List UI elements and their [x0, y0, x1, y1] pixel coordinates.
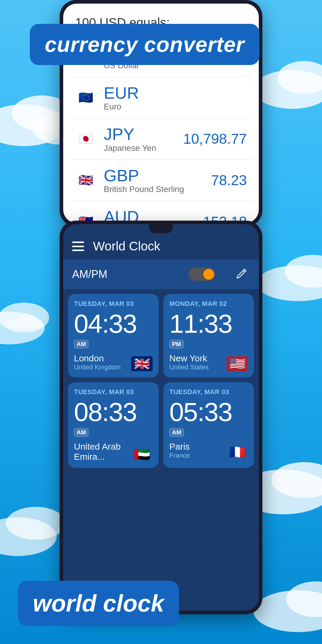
uk-flag: [131, 356, 153, 371]
clock-city-paris: Paris France: [169, 442, 190, 459]
clock-bottom-newyork: New York United States: [169, 353, 248, 371]
svg-rect-14: [18, 315, 36, 321]
clock-city-newyork: New York United States: [169, 353, 209, 371]
currency-name-eur: Euro: [104, 102, 247, 112]
toggle-track: [188, 268, 215, 281]
clock-card-paris: TUESDAY, MAR 03 05:33 AM Paris France: [163, 382, 254, 468]
currency-value-jpy: 10,798.77: [183, 131, 247, 147]
currency-info-gbp: GBP British Pound Sterling: [104, 166, 211, 194]
flag-jpy: 🇯🇵: [75, 128, 97, 150]
clock-time-newyork: 11:33: [169, 311, 248, 337]
clock-grid: TUESDAY, MAR 03 04:33 AM London United K…: [63, 289, 259, 473]
clock-bottom-uae: United Arab Emira...: [74, 442, 153, 462]
flag-gbp: 🇬🇧: [75, 170, 97, 191]
currency-converter-label: currency converter: [30, 24, 259, 65]
clock-time-paris: 05:33: [169, 399, 248, 425]
flag-london: [131, 356, 153, 371]
clock-date-uae: TUESDAY, MAR 03: [74, 388, 153, 396]
currency-code-gbp: GBP: [104, 166, 211, 185]
clock-date-london: TUESDAY, MAR 03: [74, 300, 153, 308]
world-clock-label: world clock: [18, 581, 179, 626]
currency-name-gbp: British Pound Sterling: [104, 185, 211, 194]
currency-item-eur: 🇪🇺 EUR Euro: [69, 77, 253, 119]
world-clock-screen: World Clock AM/PM TUE: [63, 224, 259, 611]
currency-item-gbp: 🇬🇧 GBP British Pound Sterling 78.23: [69, 160, 253, 201]
toggle-thumb: [203, 269, 214, 280]
clock-ampm-london: AM: [74, 340, 89, 349]
clock-time-london: 04:33: [74, 311, 153, 337]
pencil-icon: [236, 268, 247, 280]
svg-line-18: [243, 270, 245, 272]
world-clock-phone: World Clock AM/PM TUE: [60, 221, 262, 614]
clock-card-uae: TUESDAY, MAR 03 08:33 AM United Arab Emi…: [68, 382, 159, 468]
clock-ampm-paris: AM: [169, 428, 184, 437]
clock-city-london: London United Kingdom: [74, 353, 121, 371]
clock-card-london: TUESDAY, MAR 03 04:33 AM London United K…: [68, 294, 159, 377]
uae-flag: [131, 447, 153, 462]
clock-date-paris: TUESDAY, MAR 03: [169, 388, 248, 396]
currency-info-jpy: JPY Japanese Yen: [104, 125, 183, 153]
clock-time-uae: 08:33: [74, 399, 153, 425]
currency-info-eur: EUR Euro: [104, 84, 247, 112]
us-flag: [227, 356, 248, 371]
clock-ampm-uae: AM: [74, 428, 89, 437]
clock-card-newyork: MONDAY, MAR 02 11:33 PM New York United …: [163, 294, 254, 377]
menu-icon[interactable]: [72, 242, 84, 251]
ampm-bar: AM/PM: [63, 259, 259, 289]
currency-code-jpy: JPY: [104, 125, 183, 143]
ampm-label: AM/PM: [72, 268, 107, 281]
flag-newyork: [227, 356, 248, 371]
svg-point-10: [6, 507, 66, 540]
phone-notch: [149, 224, 173, 233]
world-clock-title: World Clock: [93, 239, 160, 253]
france-flag: [227, 445, 248, 459]
edit-button[interactable]: [233, 265, 250, 283]
currency-name-jpy: Japanese Yen: [104, 143, 183, 153]
flag-uae: [131, 447, 153, 462]
clock-city-uae: United Arab Emira...: [74, 442, 131, 462]
world-clock-label-text: world clock: [33, 590, 164, 617]
flag-eur: 🇪🇺: [75, 87, 97, 108]
clock-date-newyork: MONDAY, MAR 02: [169, 300, 248, 308]
ampm-toggle[interactable]: [188, 268, 215, 281]
currency-value-gbp: 78.23: [211, 172, 247, 188]
menu-line-3: [72, 250, 84, 251]
flag-paris: [227, 445, 248, 459]
currency-item-aud: 🇦🇺 AUD Australian Dollar 153.18: [69, 201, 253, 223]
clock-ampm-newyork: PM: [169, 340, 184, 349]
clock-bottom-paris: Paris France: [169, 442, 248, 459]
clock-bottom-london: London United Kingdom: [74, 353, 153, 371]
currency-converter-label-text: currency converter: [45, 32, 244, 56]
menu-line-1: [72, 242, 84, 243]
currency-code-eur: EUR: [104, 84, 247, 102]
currency-item-jpy: 🇯🇵 JPY Japanese Yen 10,798.77: [69, 118, 253, 160]
menu-line-2: [72, 246, 84, 247]
svg-rect-15: [30, 323, 42, 328]
